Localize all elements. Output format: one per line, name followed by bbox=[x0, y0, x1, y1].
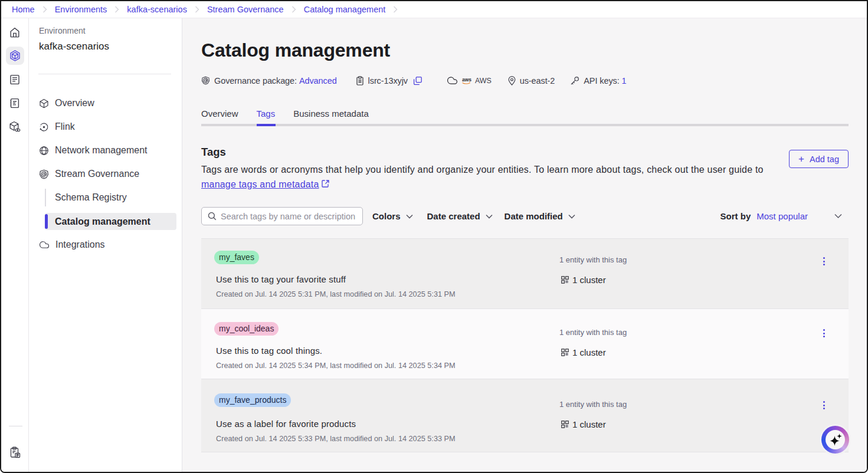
svg-text:aws: aws bbox=[462, 77, 471, 83]
